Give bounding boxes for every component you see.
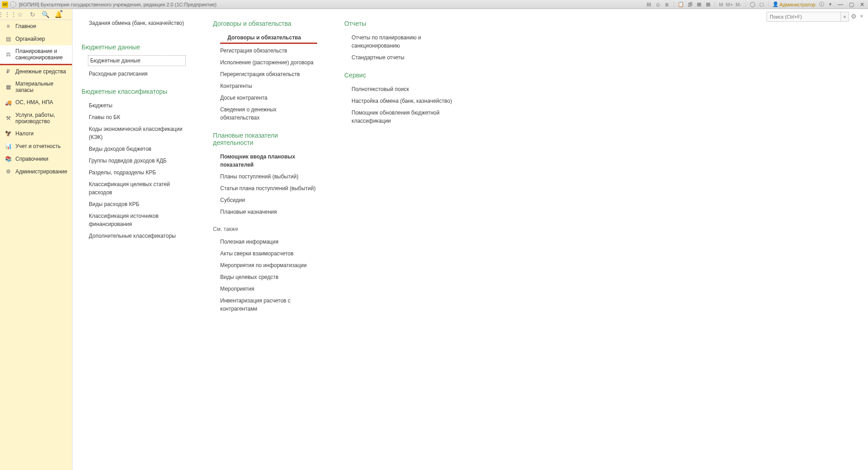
gear-icon: ⚙ <box>5 168 12 175</box>
window-icon[interactable]: ▢ <box>758 1 765 8</box>
organizer-icon: ▤ <box>5 35 12 43</box>
separator <box>715 1 715 8</box>
document-icon[interactable]: 🗎 <box>664 1 670 8</box>
sidebar-item-taxes[interactable]: 🦅 Налоги <box>0 127 72 140</box>
menu-icon: ≡ <box>5 23 12 30</box>
search-clear-button[interactable]: × <box>841 12 849 22</box>
column-1: Задания обмена (банк, казначейство) Бюдж… <box>82 20 186 315</box>
refresh-icon[interactable] <box>10 1 16 8</box>
section-service: Сервис <box>344 72 462 79</box>
close-button[interactable]: ✕ <box>858 1 866 8</box>
clipboard-icon[interactable]: 📋 <box>678 1 684 8</box>
link-additional-classifiers[interactable]: Дополнительные классификаторы <box>82 230 186 242</box>
truck-icon: 🚚 <box>5 99 12 106</box>
apps-grid-icon[interactable]: ⋮⋮⋮ <box>4 11 11 18</box>
link-classification-update[interactable]: Помощник обновления бюджетной классифика… <box>344 107 462 127</box>
back-icon[interactable]: ◯ <box>749 1 756 8</box>
history-icon[interactable]: ↻ <box>29 11 36 18</box>
eagle-icon: 🦅 <box>5 130 12 137</box>
link-financing-sources[interactable]: Классификация источников финансирования <box>82 210 186 230</box>
link-counterparties[interactable]: Контрагенты <box>213 80 317 92</box>
link-events[interactable]: Мероприятия <box>213 283 317 295</box>
search-input[interactable] <box>767 12 841 22</box>
calc-m-button[interactable]: M <box>719 2 723 7</box>
link-informatization[interactable]: Мероприятия по информатизации <box>213 259 317 271</box>
link-planning-reports[interactable]: Отчеты по планированию и санкционировани… <box>344 32 462 52</box>
link-contracts-obligations[interactable]: Договоры и обязательства <box>220 32 317 44</box>
separator <box>745 1 746 8</box>
app-logo-icon: 1С <box>2 1 8 8</box>
close-panel-button[interactable]: × <box>860 13 866 19</box>
link-monetary-obligations[interactable]: Сведения о денежных обязательствах <box>213 104 317 124</box>
sidebar-item-label: Налоги <box>15 130 34 137</box>
link-kek-codes[interactable]: Коды экономической классификации (КЭК) <box>82 123 186 143</box>
link-expense-classification[interactable]: Классификация целевых статей расходов <box>82 178 186 198</box>
book-icon: 📚 <box>5 155 12 163</box>
sidebar-item-organizer[interactable]: ▤ Органайзер <box>0 33 72 45</box>
sidebar-item-label: Планирование и санкционирование <box>15 48 68 61</box>
link-exchange-tasks[interactable]: Задания обмена (банк, казначейство) <box>82 20 186 26</box>
sidebar-item-label: Главное <box>15 23 36 29</box>
sidebar-item-main[interactable]: ≡ Главное <box>0 20 72 33</box>
link-reconciliation-acts[interactable]: Акты сверки взаиморасчетов <box>213 248 317 259</box>
link-expense-schedules[interactable]: Расходные расписания <box>82 68 186 80</box>
link-krb-sections[interactable]: Разделы, подразделы КРБ <box>82 167 186 178</box>
bell-icon[interactable]: 🔔 <box>54 11 62 18</box>
save-icon[interactable]: ▤ <box>646 1 652 8</box>
link-obligation-registration[interactable]: Регистрация обязательств <box>213 45 317 57</box>
link-target-funds[interactable]: Виды целевых средств <box>213 271 317 283</box>
grid-icon[interactable]: ▦ <box>705 1 711 8</box>
dropdown-icon[interactable]: ▾ <box>827 1 834 8</box>
link-budget-data[interactable]: Бюджетные данные <box>88 55 186 66</box>
link-planned-assistant[interactable]: Помощник ввода плановых показателей <box>213 151 317 171</box>
minimize-button[interactable]: — <box>836 1 844 8</box>
link-fulltext-search[interactable]: Полнотекстовый поиск <box>344 83 462 95</box>
link-exchange-setup[interactable]: Настройка обмена (банк, казначейство) <box>344 95 462 107</box>
search-box: × <box>767 12 849 22</box>
sidebar-item-label: Материальные запасы <box>15 81 68 94</box>
link-plan-articles[interactable]: Статьи плана поступлений (выбытий) <box>213 182 317 194</box>
calc-mminus-button[interactable]: M- <box>736 2 742 7</box>
maximize-button[interactable]: ▢ <box>847 1 855 8</box>
link-contract-execution[interactable]: Исполнение (расторжение) договора <box>213 57 317 68</box>
sidebar-item-admin[interactable]: ⚙ Администрирование <box>0 165 72 178</box>
sidebar-item-catalogs[interactable]: 📚 Справочники <box>0 153 72 165</box>
calc-mplus-button[interactable]: M+ <box>726 2 733 7</box>
sidebar-item-accounting[interactable]: 📊 Учет и отчетность <box>0 140 72 153</box>
info-icon[interactable]: ⓘ <box>818 1 825 8</box>
sidebar-item-label: Администрирование <box>15 168 67 175</box>
link-income-types[interactable]: Виды доходов бюджетов <box>82 143 186 155</box>
sidebar-item-os[interactable]: 🚚 ОС, НМА, НПА <box>0 96 72 109</box>
calendar-icon[interactable]: ▦ <box>696 1 702 8</box>
user-name: Администратор <box>780 2 815 7</box>
sidebar-toolbar: ⋮⋮⋮ ☆ ↻ 🔍 🔔 <box>0 9 72 20</box>
star-icon[interactable]: ☆ <box>16 11 24 18</box>
user-label[interactable]: 👤 Администратор <box>772 1 815 7</box>
link-income-plans[interactable]: Планы поступлений (выбытий) <box>213 171 317 182</box>
link-planned-assignments[interactable]: Плановые назначения <box>213 206 317 218</box>
link-subsidies[interactable]: Субсидии <box>213 194 317 206</box>
separator <box>768 1 769 8</box>
section-planned-indicators: Плановые показатели деятельности <box>213 132 317 146</box>
sidebar-item-services[interactable]: ⚒ Услуги, работы, производство <box>0 109 72 128</box>
sidebar-item-planning[interactable]: ⚖ Планирование и санкционирование <box>0 45 72 65</box>
link-income-subtypes[interactable]: Группы подвидов доходов КДБ <box>82 155 186 167</box>
link-obligation-reregistration[interactable]: Перерегистрация обязательств <box>213 68 317 80</box>
print-icon[interactable]: ⎙ <box>655 1 661 8</box>
copy-icon[interactable]: 🗐 <box>687 1 693 8</box>
sidebar-item-label: Услуги, работы, производство <box>15 112 68 125</box>
sidebar-item-money[interactable]: ₽ Денежные средства <box>0 65 72 78</box>
sidebar-item-materials[interactable]: ▦ Материальные запасы <box>0 78 72 96</box>
link-useful-info[interactable]: Полезная информация <box>213 236 317 248</box>
link-counterparty-dossier[interactable]: Досье контрагента <box>213 92 317 104</box>
titlebar-icons: ▤ ⎙ 🗎 📋 🗐 ▦ ▦ M M+ M- ◯ ▢ 👤 Администрато… <box>646 1 866 8</box>
settings-gear-icon[interactable]: ⚙ <box>851 13 858 20</box>
search-icon[interactable]: 🔍 <box>42 11 49 18</box>
link-standard-reports[interactable]: Стандартные отчеты <box>344 52 462 63</box>
link-inventory[interactable]: Инвентаризация расчетов с контрагентами <box>213 295 317 315</box>
tools-icon: ⚒ <box>5 115 12 122</box>
separator <box>674 1 674 8</box>
link-budgets[interactable]: Бюджеты <box>82 100 186 111</box>
link-bk-chapters[interactable]: Главы по БК <box>82 111 186 123</box>
link-krb-expense-types[interactable]: Виды расходов КРБ <box>82 198 186 210</box>
